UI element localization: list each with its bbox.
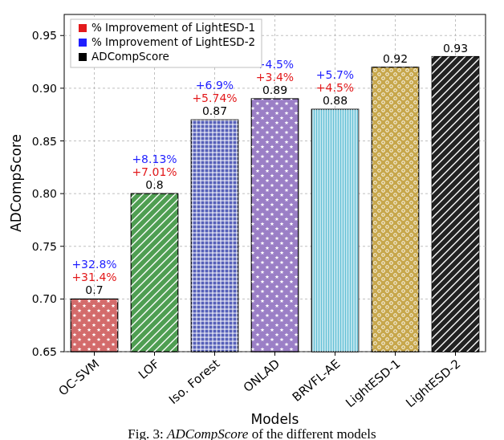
y-tick-label: 0.85 <box>32 135 57 148</box>
improvement-1-label: +31.4% <box>71 271 116 283</box>
improvement-1-label: +4.5% <box>316 81 354 94</box>
y-tick-label: 0.65 <box>32 345 57 358</box>
improvement-2-label: +6.9% <box>196 79 234 92</box>
bar-value-label: 0.89 <box>262 84 287 96</box>
svg-rect-29 <box>191 120 238 352</box>
y-tick-label: 0.70 <box>32 292 57 305</box>
x-tick-label: LightESD-1 <box>343 356 403 410</box>
svg-rect-38 <box>372 67 419 352</box>
legend: % Improvement of LightESD-1% Improvement… <box>71 19 262 67</box>
improvement-2-label: +8.13% <box>132 153 177 165</box>
legend-label: % Improvement of LightESD-2 <box>91 35 255 48</box>
x-tick-label: BRVFL-AE <box>290 356 343 405</box>
x-tick-label: OC-SVM <box>55 356 102 399</box>
bar-value-label: 0.88 <box>323 94 348 107</box>
y-tick-label: 0.90 <box>32 82 57 95</box>
svg-rect-26 <box>131 194 178 352</box>
bar-value-label: 0.92 <box>383 52 408 65</box>
adcompscore-chart: 0.650.700.750.800.850.900.950.70.7+31.4%… <box>0 0 504 440</box>
legend-swatch <box>79 53 87 61</box>
y-tick-label: 0.95 <box>32 29 57 42</box>
legend-swatch <box>79 39 87 47</box>
bar-value-label: 0.8 <box>145 178 163 191</box>
legend-label: ADCompScore <box>91 50 169 63</box>
svg-rect-32 <box>251 99 299 352</box>
figure-caption: Fig. 3: ADCompScore of the different mod… <box>128 426 376 440</box>
svg-rect-35 <box>311 109 359 352</box>
improvement-1-label: +5.74% <box>192 92 237 104</box>
improvement-2-label: +5.7% <box>316 68 354 81</box>
legend-swatch <box>79 24 87 32</box>
x-tick-label: LightESD-2 <box>403 356 463 410</box>
x-tick-label: ONLAD <box>241 356 283 395</box>
x-tick-label: LOF <box>136 356 162 382</box>
legend-label: % Improvement of LightESD-1 <box>91 21 255 34</box>
x-tick-label: Iso. Forest <box>166 356 222 407</box>
improvement-1-label: +3.4% <box>256 71 294 84</box>
svg-rect-23 <box>71 299 118 352</box>
y-tick-label: 0.80 <box>32 187 57 200</box>
bar-value-label: 0.87 <box>202 104 227 117</box>
y-tick-label: 0.75 <box>32 240 57 253</box>
x-axis-label: Models <box>251 411 299 427</box>
improvement-2-label: +32.8% <box>71 258 116 271</box>
improvement-1-label: +7.01% <box>132 165 177 178</box>
svg-rect-41 <box>432 57 479 352</box>
bar-value-label: 0.93 <box>443 42 468 55</box>
y-axis-label: ADCompScore <box>8 134 24 232</box>
bar-value-label: 0.7 <box>85 283 103 296</box>
